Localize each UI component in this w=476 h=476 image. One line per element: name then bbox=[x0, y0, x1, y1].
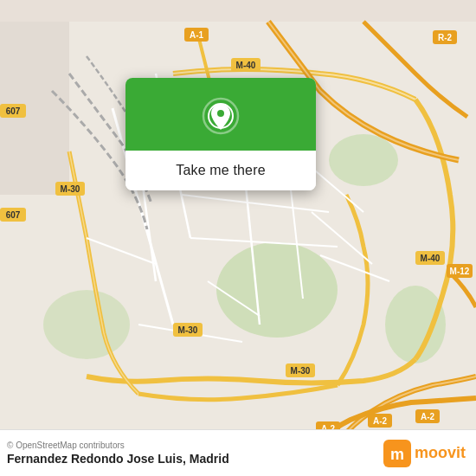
svg-point-3 bbox=[43, 290, 130, 359]
location-pin-icon bbox=[202, 97, 240, 135]
svg-point-2 bbox=[329, 134, 398, 186]
svg-text:R-2: R-2 bbox=[438, 33, 453, 42]
svg-point-1 bbox=[216, 242, 338, 338]
map-background: A-1 R-2 M-40 M-40 M-30 M-30 M-30 M-11 60… bbox=[0, 0, 476, 476]
svg-point-50 bbox=[217, 110, 224, 117]
svg-text:M-30: M-30 bbox=[291, 366, 311, 376]
popup-green-section bbox=[125, 78, 316, 151]
svg-text:A-2: A-2 bbox=[373, 416, 388, 426]
moovit-brand-text: moovit bbox=[415, 444, 466, 462]
osm-attribution: © OpenStreetMap contributors bbox=[7, 441, 229, 450]
map-container: A-1 R-2 M-40 M-40 M-30 M-30 M-30 M-11 60… bbox=[0, 0, 476, 476]
svg-text:M-30: M-30 bbox=[61, 184, 80, 194]
svg-text:m: m bbox=[390, 446, 404, 463]
svg-text:M-40: M-40 bbox=[236, 61, 256, 70]
popup-card: Take me there bbox=[125, 78, 316, 190]
svg-text:607: 607 bbox=[6, 210, 21, 220]
svg-text:M-12: M-12 bbox=[450, 267, 470, 276]
svg-text:A-2: A-2 bbox=[421, 412, 435, 421]
svg-text:M-30: M-30 bbox=[178, 325, 198, 335]
take-me-there-button[interactable]: Take me there bbox=[125, 151, 316, 190]
svg-text:A-1: A-1 bbox=[190, 30, 204, 40]
bottom-left-section: © OpenStreetMap contributors Fernandez R… bbox=[7, 441, 229, 466]
svg-text:607: 607 bbox=[6, 106, 21, 116]
bottom-bar: © OpenStreetMap contributors Fernandez R… bbox=[0, 429, 476, 476]
moovit-logo: m moovit bbox=[383, 440, 466, 467]
moovit-icon: m bbox=[383, 440, 411, 467]
svg-point-4 bbox=[385, 286, 446, 363]
place-name-label: Fernandez Redondo Jose Luis, Madrid bbox=[7, 452, 229, 466]
svg-text:M-40: M-40 bbox=[421, 254, 441, 263]
